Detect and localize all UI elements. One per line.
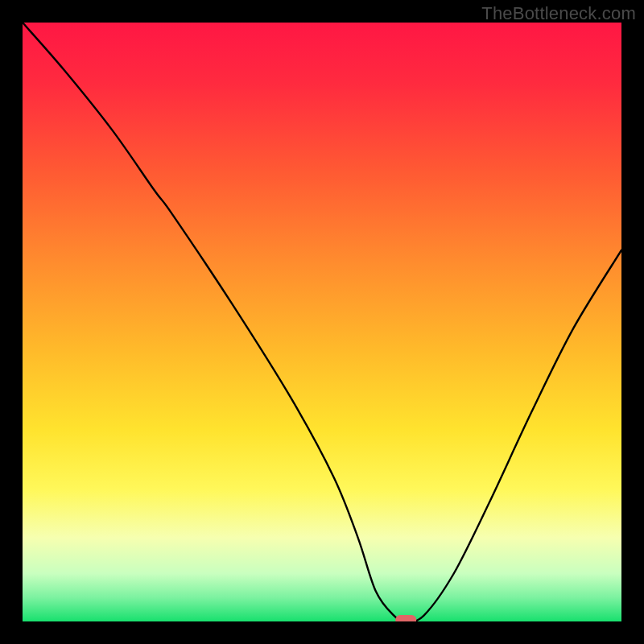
chart-outer-frame: TheBottleneck.com [0, 0, 644, 644]
gradient-background [23, 23, 621, 621]
plot-area [23, 23, 621, 621]
bottleneck-chart [23, 23, 621, 621]
optimal-point-marker [395, 615, 416, 621]
watermark-text: TheBottleneck.com [481, 3, 636, 24]
